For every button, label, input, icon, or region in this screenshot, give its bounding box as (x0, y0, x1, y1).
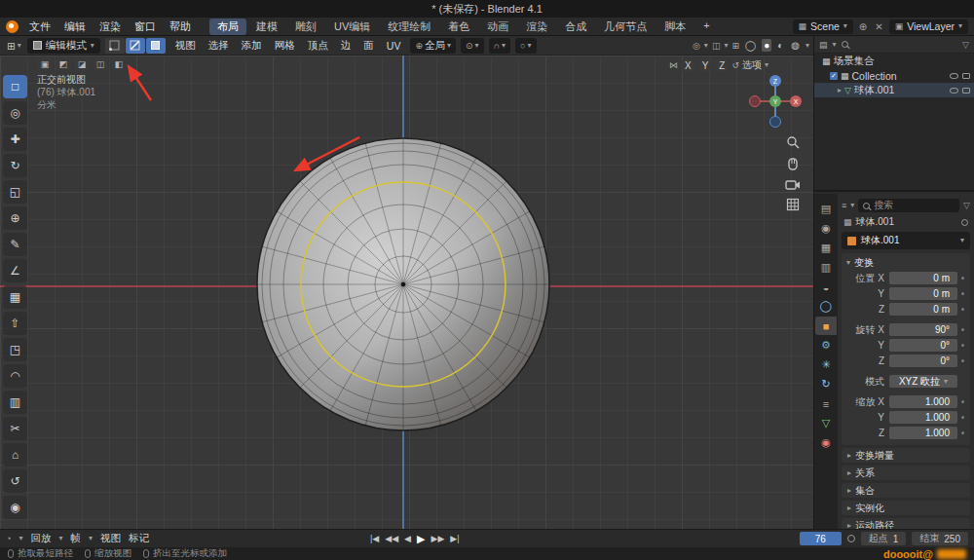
menu-render[interactable]: 渲染 (93, 19, 128, 34)
viewlayer-selector[interactable]: ▣ ViewLayer ▾ (889, 19, 968, 34)
workspace-tab-shading[interactable]: 着色 (440, 19, 477, 35)
tab-tool[interactable]: ▤ (815, 200, 837, 218)
shading-rendered-button[interactable]: ◍ (789, 39, 802, 52)
blender-logo-icon[interactable] (6, 20, 19, 33)
tab-scene[interactable]: ◒ (815, 278, 837, 296)
panel-motion-paths[interactable]: ▸ 运动路径 (842, 518, 970, 529)
current-frame-field[interactable]: 76 (800, 532, 842, 545)
menu-uv[interactable]: UV (382, 40, 406, 52)
unlink-scene-button[interactable]: ✕ (873, 21, 884, 32)
gizmo-x-neg-axis[interactable] (750, 96, 761, 107)
outliner-row-collection[interactable]: ✓ ▦ Collection (814, 68, 974, 83)
play-reverse-button[interactable]: ◀ (404, 534, 411, 543)
new-scene-button[interactable]: ⊕ (857, 21, 869, 32)
mirror-z-toggle[interactable]: Z (715, 59, 729, 72)
tab-view-layer[interactable]: ▥ (815, 258, 837, 277)
show-gizmo-toggle[interactable]: ◎ (693, 41, 700, 51)
menu-face[interactable]: 面 (358, 39, 379, 53)
play-button[interactable]: ▶ (417, 533, 425, 545)
tool-move[interactable]: ✚ (3, 128, 27, 151)
object-name-row[interactable]: 球体.001 ▾ (842, 232, 970, 249)
properties-editor-icon[interactable]: ≡ (842, 201, 846, 210)
hide-eye-icon[interactable] (950, 88, 958, 93)
timeline-menu-keying[interactable]: 帧 (70, 532, 81, 545)
ortho-grid-icon[interactable] (786, 198, 800, 211)
select-new-button[interactable]: ▣ (37, 57, 53, 70)
menu-help[interactable]: 帮助 (163, 19, 198, 34)
pan-hand-icon[interactable] (786, 157, 800, 170)
sphere-mesh[interactable] (247, 129, 559, 440)
rotation-mode-dropdown[interactable]: XYZ 欧拉 ▾ (889, 375, 957, 388)
workspace-add-button[interactable]: + (695, 19, 717, 35)
workspace-tab-texture-paint[interactable]: 纹理绘制 (380, 19, 438, 35)
xray-toggle[interactable]: ⊞ (731, 41, 739, 51)
rotation-y-field[interactable]: 0° (889, 339, 957, 352)
timeline-menu-playback[interactable]: 回放 (30, 532, 51, 545)
shading-wireframe-button[interactable]: ◯ (743, 39, 758, 52)
tab-constraints[interactable]: ≡ (815, 394, 837, 413)
workspace-tab-uv-editing[interactable]: UV编辑 (326, 19, 378, 35)
tool-measure[interactable]: ∠ (3, 259, 27, 282)
shading-solid-button[interactable]: ● (762, 39, 771, 52)
jump-prev-keyframe-button[interactable]: ◀◀ (385, 534, 398, 543)
workspace-tab-modeling[interactable]: 建模 (248, 19, 285, 35)
workspace-tab-geometry-nodes[interactable]: 几何节点 (596, 19, 655, 35)
frame-start-field[interactable]: 起点 1 (861, 532, 907, 545)
animate-dot-icon[interactable] (961, 400, 964, 403)
panel-relations[interactable]: ▸ 关系 (842, 466, 970, 480)
tab-object[interactable]: ■ (815, 317, 837, 335)
tool-scale[interactable]: ◱ (3, 180, 27, 204)
mirror-y-toggle[interactable]: Y (698, 59, 713, 72)
overlays-toggle[interactable]: ◫ (712, 41, 721, 51)
tool-extrude-region[interactable]: ⇧ (3, 312, 27, 335)
menu-mesh[interactable]: 网格 (270, 39, 300, 53)
collection-checkbox[interactable]: ✓ (830, 72, 838, 80)
tab-modifiers[interactable]: ⚙ (815, 336, 837, 355)
scale-z-field[interactable]: 1.000 (889, 427, 957, 439)
location-y-field[interactable]: 0 m (889, 287, 957, 300)
rotation-x-field[interactable]: 90° (889, 323, 957, 336)
pin-icon[interactable] (961, 219, 968, 226)
panel-transform-delta[interactable]: ▸ 变换增量 (842, 448, 970, 463)
tool-rotate[interactable]: ↻ (3, 154, 27, 177)
face-select-button[interactable] (146, 38, 166, 54)
timeline-editor-icon[interactable]: ◔ (6, 534, 11, 543)
location-x-field[interactable]: 0 m (889, 272, 957, 284)
animate-dot-icon[interactable] (961, 416, 964, 419)
menu-file[interactable]: 文件 (22, 19, 57, 34)
tool-inset-faces[interactable]: ◳ (3, 338, 27, 361)
menu-add[interactable]: 添加 (237, 39, 267, 53)
search-icon[interactable] (842, 41, 848, 48)
animate-dot-icon[interactable] (961, 308, 964, 311)
zoom-icon[interactable] (786, 135, 800, 149)
outliner-row-scene-collection[interactable]: ▦ 场景集合 (814, 54, 974, 68)
properties-search[interactable]: 搜索 (858, 199, 959, 212)
select-extend-button[interactable]: ◩ (56, 57, 71, 70)
disable-viewport-icon[interactable] (962, 88, 970, 93)
breadcrumb-object[interactable]: 球体.001 (856, 215, 894, 229)
select-intersect-button[interactable]: ◧ (111, 57, 127, 70)
animate-dot-icon[interactable] (961, 431, 964, 434)
scale-x-field[interactable]: 1.000 (889, 395, 957, 408)
tool-annotate[interactable]: ✎ (3, 233, 27, 256)
expand-caret-icon[interactable]: ▸ (838, 87, 842, 94)
mirror-x-toggle[interactable]: X (681, 59, 695, 72)
jump-to-end-button[interactable]: ▶| (450, 534, 459, 543)
tab-render[interactable]: ◉ (815, 219, 837, 238)
menu-vertex[interactable]: 顶点 (303, 39, 333, 53)
menu-edge[interactable]: 边 (336, 39, 356, 53)
shading-material-button[interactable]: ◐ (775, 39, 785, 52)
outliner-row-sphere[interactable]: ▸ ▽ 球体.001 (814, 83, 974, 97)
filter-icon[interactable]: ▽ (962, 40, 969, 50)
workspace-tab-compositing[interactable]: 合成 (557, 19, 594, 35)
pole-vertex[interactable] (401, 282, 405, 286)
disable-viewport-icon[interactable] (962, 73, 970, 79)
filter-icon[interactable]: ▽ (963, 201, 970, 210)
tool-smooth[interactable]: ◉ (3, 496, 27, 519)
animate-dot-icon[interactable] (961, 277, 964, 280)
scene-selector[interactable]: ▦ Scene ▾ (793, 19, 853, 34)
tab-physics[interactable]: ↻ (815, 375, 837, 393)
correct-face-attributes-icon[interactable]: ↺ (731, 60, 739, 70)
tab-particles[interactable]: ✳ (815, 355, 837, 374)
workspace-tab-animation[interactable]: 动画 (479, 19, 516, 35)
